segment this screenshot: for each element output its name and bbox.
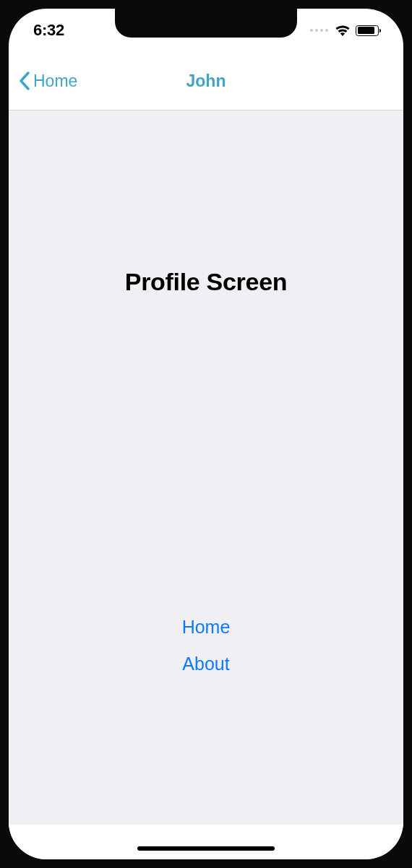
status-time: 6:32	[33, 21, 64, 40]
home-indicator-area	[9, 825, 403, 859]
notch	[115, 9, 297, 38]
back-button[interactable]: Home	[19, 52, 77, 110]
device-frame: 6:32 Home	[0, 0, 412, 868]
status-right	[310, 25, 379, 36]
home-link[interactable]: Home	[182, 617, 231, 638]
battery-fill	[358, 27, 374, 34]
home-indicator[interactable]	[137, 846, 275, 851]
cellular-dots-icon	[310, 29, 329, 32]
battery-icon	[356, 25, 379, 36]
nav-title: John	[186, 71, 226, 91]
page-title: Profile Screen	[125, 268, 287, 296]
nav-bar: Home John	[9, 52, 403, 110]
chevron-left-icon	[19, 71, 30, 90]
content-area: Profile Screen Home About	[9, 110, 403, 825]
wifi-icon	[335, 25, 351, 36]
screen: 6:32 Home	[9, 9, 403, 859]
about-link[interactable]: About	[182, 654, 229, 674]
nav-links: Home About	[182, 617, 231, 674]
back-label: Home	[33, 71, 77, 91]
